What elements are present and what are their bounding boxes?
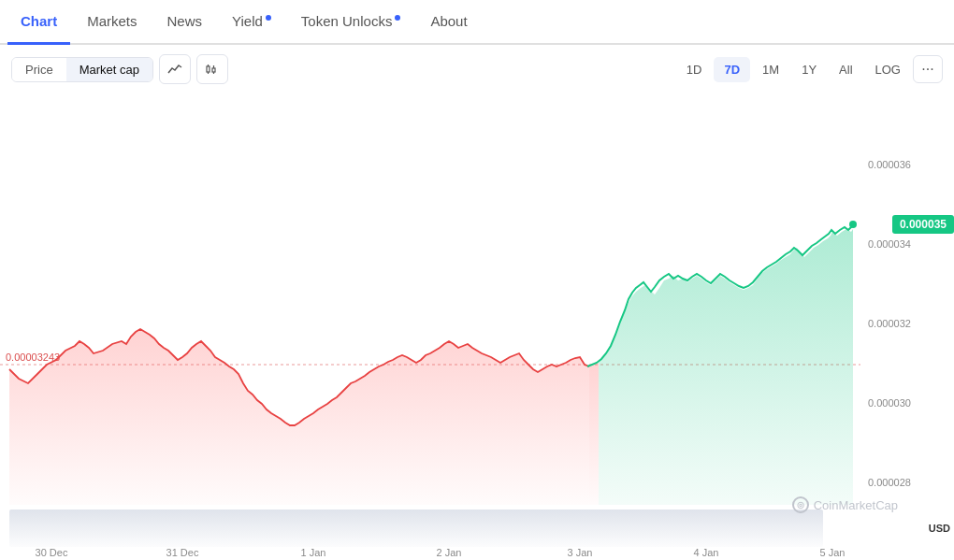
svg-text:4 Jan: 4 Jan (694, 547, 719, 558)
tab-yield[interactable]: Yield (219, 0, 284, 45)
more-button[interactable]: ··· (913, 55, 943, 83)
svg-point-22 (849, 221, 857, 228)
tab-chart[interactable]: Chart (7, 0, 70, 45)
svg-text:3 Jan: 3 Jan (568, 547, 593, 558)
candle-chart-icon[interactable] (196, 54, 228, 84)
svg-text:2 Jan: 2 Jan (437, 547, 462, 558)
time-1d[interactable]: 1D (676, 57, 713, 82)
time-1y[interactable]: 1Y (791, 57, 827, 82)
toolbar: Price Market cap 1D 7D 1M 1Y All LOG ··· (0, 45, 954, 93)
svg-text:0.000028: 0.000028 (868, 477, 911, 488)
price-chart: 0.00003243 0.000036 0.000034 0.000032 0.… (0, 93, 954, 560)
svg-text:0.000030: 0.000030 (868, 397, 911, 409)
nav-tabs: Chart Markets News Yield Token Unlocks A… (0, 0, 954, 45)
svg-text:1 Jan: 1 Jan (301, 547, 326, 558)
svg-text:0.000034: 0.000034 (868, 238, 911, 250)
time-1m[interactable]: 1M (752, 57, 789, 82)
watermark: ◎ CoinMarketCap (792, 496, 898, 513)
line-chart-icon[interactable] (159, 54, 191, 84)
time-controls: 1D 7D 1M 1Y All LOG ··· (676, 55, 943, 83)
tab-token-unlocks[interactable]: Token Unlocks (288, 0, 414, 45)
svg-rect-3 (212, 68, 215, 72)
tab-news[interactable]: News (154, 0, 216, 45)
svg-text:0.000036: 0.000036 (868, 159, 911, 170)
chart-container: 0.00003243 0.000036 0.000034 0.000032 0.… (0, 93, 954, 560)
time-log[interactable]: LOG (865, 57, 911, 82)
tab-markets[interactable]: Markets (74, 0, 150, 45)
svg-text:30 Dec: 30 Dec (36, 547, 68, 558)
current-price-badge: 0.000035 (892, 215, 954, 234)
svg-text:5 Jan: 5 Jan (820, 547, 846, 558)
time-7d[interactable]: 7D (714, 57, 750, 82)
currency-label: USD (929, 523, 950, 534)
tab-about[interactable]: About (417, 0, 480, 45)
coinmarketcap-logo: ◎ (792, 496, 809, 513)
price-button[interactable]: Price (12, 58, 66, 81)
market-cap-button[interactable]: Market cap (66, 58, 152, 81)
svg-rect-0 (207, 66, 210, 72)
svg-rect-14 (9, 510, 823, 547)
svg-text:0.00003243: 0.00003243 (6, 352, 60, 363)
svg-text:0.000032: 0.000032 (868, 318, 911, 329)
price-marketcap-toggle: Price Market cap (11, 57, 153, 82)
svg-text:31 Dec: 31 Dec (166, 547, 199, 558)
time-all[interactable]: All (829, 57, 862, 82)
